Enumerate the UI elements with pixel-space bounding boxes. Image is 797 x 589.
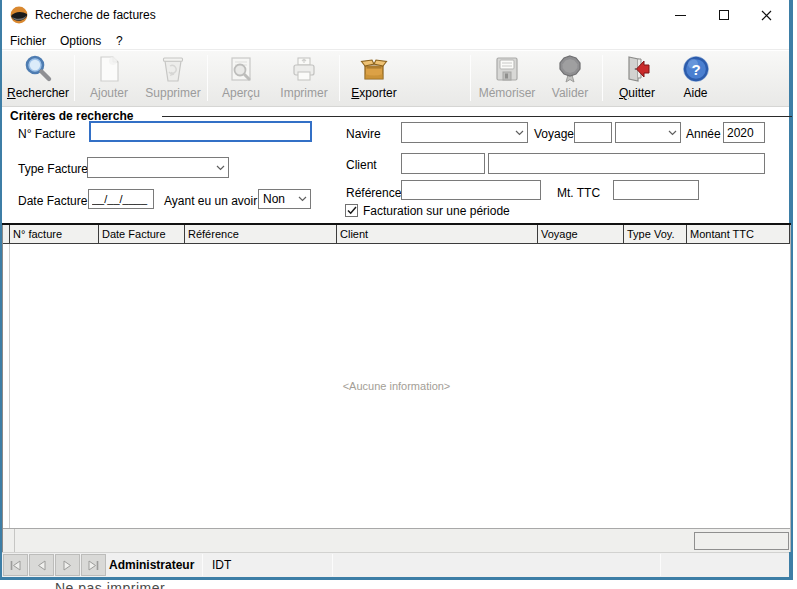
prev-record-icon	[36, 560, 47, 571]
facture-no-label: N° Facture	[18, 127, 75, 141]
close-icon	[761, 10, 772, 21]
app-logo-icon	[10, 6, 28, 24]
record-last-button[interactable]	[81, 554, 106, 576]
grid-header-row: N° facture Date Facture Référence Client…	[3, 225, 790, 244]
toolbar-separator	[74, 55, 75, 101]
periode-checkbox[interactable]	[345, 204, 358, 217]
periode-checkbox-label: Facturation sur une période	[363, 204, 510, 218]
minimize-icon	[675, 15, 686, 16]
montant-total-box	[694, 532, 789, 550]
toolbar-separator	[339, 55, 340, 101]
statusbar-database: IDT	[212, 558, 231, 572]
screen: Recherche de factures Fichier Options ?	[0, 0, 797, 589]
menubar: Fichier Options ?	[2, 30, 789, 50]
grid-footer	[3, 528, 790, 552]
facture-no-input[interactable]	[89, 121, 312, 142]
apercu-label: Aperçu	[209, 86, 273, 100]
exporter-button[interactable]: Exporter	[342, 53, 406, 105]
aide-button[interactable]: ? Aide	[668, 53, 723, 105]
close-button[interactable]	[744, 0, 789, 30]
page-preview-icon	[225, 53, 257, 85]
svg-text:?: ?	[691, 61, 700, 78]
client-name-input[interactable]	[488, 153, 765, 174]
magnifier-icon	[22, 53, 54, 85]
window-title: Recherche de factures	[35, 8, 156, 22]
valider-button[interactable]: Valider	[541, 53, 599, 105]
date-facture-input[interactable]	[88, 189, 154, 209]
exit-door-icon	[621, 53, 653, 85]
imprimer-button[interactable]: Imprimer	[272, 53, 336, 105]
voyage-num-input[interactable]	[574, 122, 612, 143]
grid-header-montant-ttc[interactable]: Montant TTC	[687, 225, 790, 243]
last-record-icon	[87, 560, 100, 571]
results-grid: N° facture Date Facture Référence Client…	[2, 225, 791, 552]
trash-can-icon	[157, 53, 189, 85]
maximize-button[interactable]	[701, 0, 746, 30]
grid-header-voyage[interactable]: Voyage	[538, 225, 624, 243]
grid-empty-message: <Aucune information>	[3, 380, 790, 392]
rechercher-button[interactable]: Rechercher	[4, 53, 72, 105]
grid-header-date[interactable]: Date Facture	[99, 225, 185, 243]
record-next-button[interactable]	[55, 554, 80, 576]
next-record-icon	[62, 560, 73, 571]
mt-ttc-label: Mt. TTC	[557, 186, 600, 200]
avoir-label: Ayant eu un avoir	[164, 194, 257, 208]
avoir-value: Non	[259, 192, 295, 206]
date-facture-label: Date Facture	[18, 194, 87, 208]
grid-header-type-voy[interactable]: Type Voy.	[624, 225, 687, 243]
ajouter-label: Ajouter	[77, 86, 141, 100]
statusbar-separator	[660, 554, 661, 576]
grid-footer-corner	[3, 529, 15, 552]
voyage-label: Voyage	[534, 127, 574, 141]
ajouter-button[interactable]: Ajouter	[77, 53, 141, 105]
exporter-label: Exporter	[342, 86, 406, 100]
record-first-button[interactable]	[3, 554, 28, 576]
toolbar-separator	[470, 55, 471, 101]
imprimer-label: Imprimer	[272, 86, 336, 100]
client-code-input[interactable]	[401, 153, 485, 174]
supprimer-label: Supprimer	[140, 86, 206, 100]
menu-help[interactable]: ?	[112, 33, 127, 49]
checkmark-icon	[347, 206, 357, 215]
avoir-combo[interactable]: Non	[258, 189, 311, 209]
voyage-type-combo[interactable]	[615, 122, 681, 143]
statusbar-separator	[202, 554, 203, 576]
grid-body[interactable]: <Aucune information>	[3, 244, 790, 528]
chevron-down-icon	[512, 123, 527, 142]
chevron-down-icon	[295, 190, 310, 208]
chevron-down-icon	[665, 123, 680, 142]
apercu-button[interactable]: Aperçu	[209, 53, 273, 105]
grid-header-gutter[interactable]	[3, 225, 10, 243]
open-box-icon	[358, 53, 390, 85]
grid-header-client[interactable]: Client	[337, 225, 538, 243]
toolbar: Rechercher Ajouter Supprimer	[2, 51, 789, 107]
quitter-button[interactable]: Quitter	[607, 53, 667, 105]
grid-header-reference[interactable]: Référence	[185, 225, 337, 243]
minimize-button[interactable]	[658, 0, 703, 30]
blank-page-icon	[93, 53, 125, 85]
menu-options[interactable]: Options	[56, 33, 105, 49]
statusbar: Administrateur IDT	[2, 552, 789, 577]
client-label: Client	[346, 158, 377, 172]
printer-icon	[288, 53, 320, 85]
menu-fichier[interactable]: Fichier	[6, 33, 50, 49]
mt-ttc-input[interactable]	[613, 180, 699, 200]
toolbar-separator	[207, 55, 208, 101]
record-prev-button[interactable]	[29, 554, 54, 576]
help-circle-icon: ?	[680, 53, 712, 85]
reference-input[interactable]	[401, 180, 541, 200]
supprimer-button[interactable]: Supprimer	[140, 53, 206, 105]
navire-label: Navire	[346, 127, 381, 141]
grid-header-facture[interactable]: N° facture	[10, 225, 99, 243]
memoriser-button[interactable]: Mémoriser	[474, 53, 540, 105]
rechercher-label: Rechercher	[4, 86, 72, 100]
chevron-down-icon	[213, 158, 228, 177]
type-facture-combo[interactable]	[87, 157, 229, 178]
memoriser-label: Mémoriser	[474, 86, 540, 100]
app-window: Recherche de factures Fichier Options ?	[0, 0, 793, 580]
type-facture-label: Type Facture	[18, 162, 88, 176]
titlebar[interactable]: Recherche de factures	[2, 0, 789, 30]
annee-input[interactable]	[723, 122, 765, 143]
reference-label: Référence	[346, 186, 401, 200]
navire-combo[interactable]	[401, 122, 528, 143]
